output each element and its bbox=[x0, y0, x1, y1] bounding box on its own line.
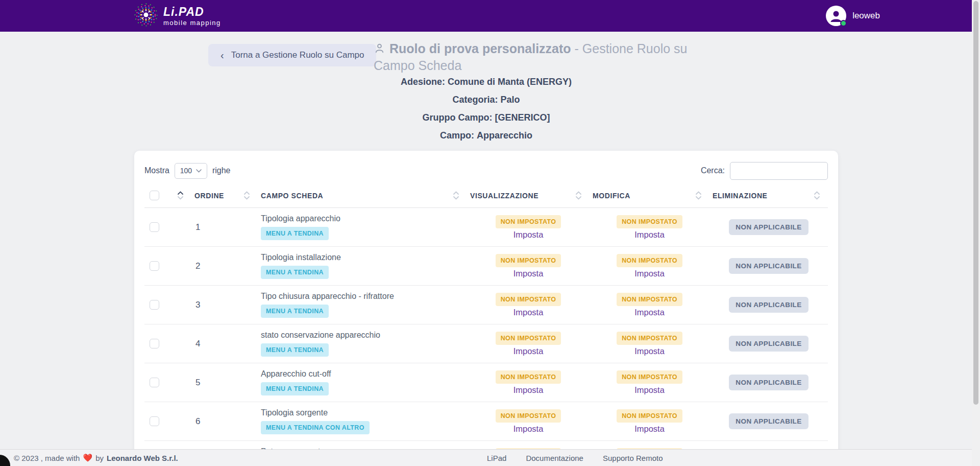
header-ordine[interactable]: ORDINE bbox=[191, 187, 258, 208]
row-field-name: Tipologia sorgente bbox=[261, 408, 464, 417]
row-visualizzazione-cell: NON IMPOSTATO Imposta bbox=[467, 402, 590, 441]
page-scrollbar[interactable] bbox=[972, 0, 980, 466]
logo-title: Li.PAD bbox=[163, 6, 221, 18]
row-visualizzazione-cell: NON IMPOSTATO Imposta bbox=[467, 363, 590, 402]
rows-label: righe bbox=[212, 166, 231, 175]
visualizzazione-imposta-link[interactable]: Imposta bbox=[513, 385, 544, 395]
visualizzazione-imposta-link[interactable]: Imposta bbox=[513, 230, 544, 240]
row-checkbox[interactable] bbox=[150, 222, 159, 232]
row-modifica-cell: NON IMPOSTATO Imposta bbox=[590, 247, 709, 286]
header-visualizzazione[interactable]: VISUALIZZAZIONE bbox=[467, 187, 590, 208]
visualizzazione-imposta-link[interactable]: Imposta bbox=[513, 269, 544, 278]
row-field-type-badge: MENU A TENDINA bbox=[261, 305, 329, 318]
scrollbar-thumb[interactable] bbox=[973, 1, 978, 405]
modifica-imposta-link[interactable]: Imposta bbox=[634, 308, 665, 317]
row-checkbox[interactable] bbox=[150, 300, 159, 310]
table-controls: Mostra 100 righe Cerca: bbox=[144, 161, 828, 180]
header-campo-scheda[interactable]: CAMPO SCHEDA bbox=[258, 187, 467, 208]
row-modifica-cell: NON IMPOSTATO Imposta bbox=[590, 286, 709, 324]
sort-control[interactable] bbox=[244, 191, 250, 200]
search-input[interactable] bbox=[730, 162, 828, 180]
modifica-imposta-link[interactable]: Imposta bbox=[634, 269, 665, 278]
table-row: 4 stato conservazione apparecchio MENU A… bbox=[144, 324, 828, 363]
lipad-logo[interactable]: Li.PAD mobile mapping bbox=[134, 3, 221, 29]
visualizzazione-status-badge: NON IMPOSTATO bbox=[496, 293, 561, 306]
row-ordine: 3 bbox=[191, 286, 258, 324]
eliminazione-badge: NON APPLICABILE bbox=[729, 336, 808, 352]
sort-control[interactable] bbox=[576, 191, 581, 200]
row-campo-cell: Tipologia installazione MENU A TENDINA bbox=[258, 247, 467, 286]
row-field-name: Tipologia installazione bbox=[261, 253, 464, 262]
modifica-imposta-link[interactable]: Imposta bbox=[634, 424, 665, 434]
show-label: Mostra bbox=[144, 166, 169, 175]
modifica-status-badge: NON IMPOSTATO bbox=[617, 215, 682, 228]
row-campo-cell: Apparecchio cut-off MENU A TENDINA bbox=[258, 363, 467, 402]
row-field-type-badge: MENU A TENDINA bbox=[261, 382, 329, 395]
username-label: leoweb bbox=[852, 11, 880, 21]
context-info: Adesione: Comune di Manta (ENERGY) Categ… bbox=[134, 77, 838, 148]
sort-control[interactable] bbox=[814, 191, 820, 200]
visualizzazione-imposta-link[interactable]: Imposta bbox=[513, 308, 544, 317]
footer-link-documentazione[interactable]: Documentazione bbox=[526, 454, 583, 462]
row-checkbox[interactable] bbox=[150, 416, 159, 426]
table-row: 2 Tipologia installazione MENU A TENDINA… bbox=[144, 247, 828, 286]
row-field-type-badge: MENU A TENDINA bbox=[261, 227, 329, 240]
eliminazione-badge: NON APPLICABILE bbox=[729, 297, 808, 313]
row-visualizzazione-cell: NON IMPOSTATO Imposta bbox=[467, 324, 590, 363]
header-eliminazione[interactable]: ELIMINAZIONE bbox=[709, 187, 828, 208]
row-checkbox[interactable] bbox=[150, 261, 159, 271]
row-modifica-cell: NON IMPOSTATO Imposta bbox=[590, 402, 709, 441]
row-checkbox-cell bbox=[144, 324, 191, 363]
row-visualizzazione-cell: NON IMPOSTATO Imposta bbox=[467, 208, 590, 247]
modifica-status-badge: NON IMPOSTATO bbox=[617, 254, 682, 267]
sort-control[interactable] bbox=[178, 191, 183, 200]
row-checkbox-cell bbox=[144, 247, 191, 286]
visualizzazione-status-badge: NON IMPOSTATO bbox=[496, 215, 561, 228]
visualizzazione-status-badge: NON IMPOSTATO bbox=[496, 254, 561, 267]
visualizzazione-imposta-link[interactable]: Imposta bbox=[513, 346, 544, 356]
info-campo: Campo: Apparecchio bbox=[134, 130, 838, 148]
user-avatar bbox=[826, 6, 846, 26]
row-ordine: 6 bbox=[191, 402, 258, 441]
row-field-name: Apparecchio cut-off bbox=[261, 369, 464, 379]
info-gruppo-campo: Gruppo Campo: [GENERICO] bbox=[134, 112, 838, 130]
modifica-imposta-link[interactable]: Imposta bbox=[634, 346, 665, 356]
lipad-starburst-icon bbox=[134, 3, 158, 29]
select-all-checkbox[interactable] bbox=[150, 191, 159, 200]
row-checkbox-cell bbox=[144, 402, 191, 441]
row-checkbox[interactable] bbox=[150, 378, 159, 387]
back-button[interactable]: ‹ Torna a Gestione Ruolo su Campo bbox=[208, 44, 376, 66]
fields-table: ORDINE CAMPO SCHEDA bbox=[144, 187, 828, 466]
modifica-status-badge: NON IMPOSTATO bbox=[617, 409, 682, 423]
user-menu[interactable]: leoweb bbox=[826, 6, 880, 26]
row-eliminazione-cell: NON APPLICABILE bbox=[709, 402, 828, 441]
modifica-imposta-link[interactable]: Imposta bbox=[634, 230, 665, 240]
modifica-imposta-link[interactable]: Imposta bbox=[634, 385, 665, 395]
header-modifica[interactable]: MODIFICA bbox=[590, 187, 709, 208]
row-checkbox-cell bbox=[144, 363, 191, 402]
eliminazione-badge: NON APPLICABILE bbox=[729, 219, 808, 235]
row-checkbox[interactable] bbox=[150, 339, 159, 348]
info-adesione: Adesione: Comune di Manta (ENERGY) bbox=[134, 77, 838, 95]
eliminazione-badge: NON APPLICABILE bbox=[729, 413, 808, 429]
row-field-name: Tipo chiusura apparecchio - rifrattore bbox=[261, 292, 464, 301]
info-categoria: Categoria: Palo bbox=[134, 95, 838, 112]
chevron-down-icon bbox=[196, 169, 202, 173]
footer: © 2023 , made with ❤️ by Leonardo Web S.… bbox=[0, 449, 972, 466]
row-ordine: 2 bbox=[191, 247, 258, 286]
footer-link-supporto-remoto[interactable]: Supporto Remoto bbox=[603, 454, 663, 462]
table-row: 1 Tipologia apparecchio MENU A TENDINA N… bbox=[144, 208, 828, 247]
visualizzazione-imposta-link[interactable]: Imposta bbox=[513, 424, 544, 434]
heart-icon: ❤️ bbox=[83, 453, 92, 462]
page-size-select[interactable]: 100 bbox=[175, 163, 207, 179]
header-checkbox-cell bbox=[144, 187, 191, 208]
footer-link-lipad[interactable]: LiPad bbox=[487, 454, 506, 462]
row-field-name: stato conservazione apparecchio bbox=[261, 331, 464, 340]
row-visualizzazione-cell: NON IMPOSTATO Imposta bbox=[467, 286, 590, 324]
row-field-type-badge: MENU A TENDINA bbox=[261, 343, 329, 357]
row-eliminazione-cell: NON APPLICABILE bbox=[709, 363, 828, 402]
sort-control[interactable] bbox=[696, 191, 701, 200]
modifica-status-badge: NON IMPOSTATO bbox=[617, 332, 682, 345]
sort-control[interactable] bbox=[453, 191, 459, 200]
row-ordine: 1 bbox=[191, 208, 258, 247]
